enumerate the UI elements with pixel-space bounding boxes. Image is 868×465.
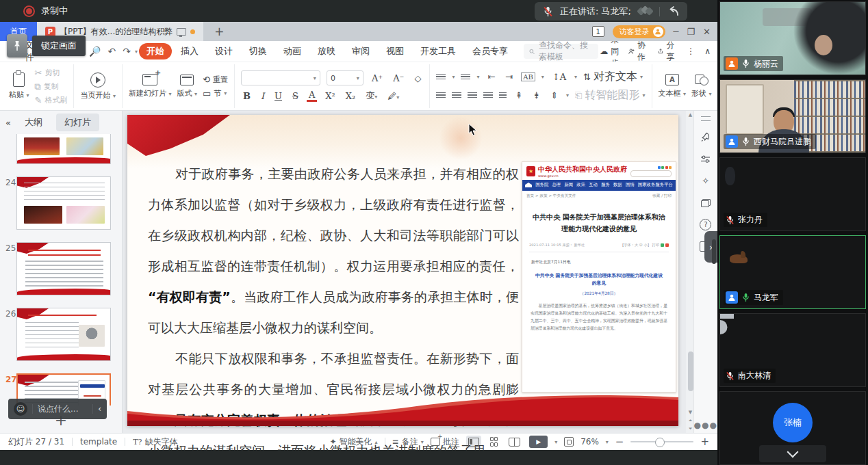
guest-login-button[interactable]: 访客登录 [613,25,665,38]
next-slide-icon[interactable]: ⏷ [686,426,695,431]
zoom-dropdown-icon[interactable]: ▾ [606,439,609,445]
slide-thumbnail-25[interactable]: 25 [0,242,122,297]
play-options-icon[interactable]: ▾ [554,439,557,445]
scroll-up-icon[interactable]: ▲ [686,112,695,118]
highlight-button[interactable]: 🖉▾ [385,91,401,101]
increase-font-icon[interactable]: A⁺ [370,73,385,83]
participant-tile-yangliyun[interactable]: 杨丽云 [719,1,866,75]
more-menu-icon[interactable]: ⋮ [687,46,695,56]
play-from-current-button[interactable]: 当页开始 ▾ [80,72,116,101]
restore-button[interactable]: ❐ [687,27,695,36]
participant-tile-malongjun-speaking[interactable]: 马龙军 [719,235,866,309]
subscript-button[interactable]: X₂ [344,91,357,101]
switch-windows-icon[interactable] [700,197,711,209]
spacing-increase-icon[interactable]: ⇞ [513,90,524,101]
chat-input-placeholder[interactable]: 说点什么... [38,403,78,415]
slide-canvas[interactable]: 对于政府事务，主要由政府公务人员来承担，并有相应的权力体系加以监督（如对于乡级权… [123,111,686,433]
cut-button[interactable]: ✂ 剪切 [35,68,68,78]
share-button[interactable]: 分享 [658,40,677,63]
undo-icon[interactable]: ↶ [105,46,118,57]
align-center-icon[interactable] [452,92,461,99]
numbered-list-icon[interactable] [461,74,470,81]
font-size-select[interactable]: 0▾ [327,70,363,85]
clear-format-icon[interactable]: ◇ [412,73,423,83]
italic-button[interactable]: I [259,91,266,101]
window-switch-indicator[interactable]: 1 [592,26,604,37]
zoom-slider[interactable] [630,441,693,442]
previous-slide-icon[interactable]: ⏶ [686,418,695,423]
paste-button[interactable]: 粘贴 ▾ [9,72,29,100]
scroll-more-participants-button[interactable] [759,445,826,462]
to-smart-graphic-button[interactable]: ⎗ 转智能图形 ▾ [575,88,645,103]
settings-sliders-icon[interactable] [700,153,711,165]
collapse-chat-icon[interactable]: ‹ [98,404,101,414]
new-document-tab-button[interactable]: + [214,26,224,38]
vertical-scrollbar[interactable]: ▲ ▼ ⏶ ⏷ [686,111,693,433]
format-painter-button[interactable]: ✎ 格式刷 [35,95,68,105]
tab-member[interactable]: 会员专享 [465,43,515,59]
zoom-level[interactable]: 76% [580,437,599,447]
scrollbar-thumb[interactable] [688,351,693,391]
tab-slides[interactable]: 幻灯片 [56,114,99,131]
emoji-icon[interactable]: ☺ [14,402,27,416]
superscript-button[interactable]: X² [323,91,337,101]
tab-animation[interactable]: 动画 [276,43,309,59]
decrease-indent-icon[interactable]: ⇤ [485,72,497,82]
underline-button[interactable]: U [272,91,284,101]
participant-tile-zhanglidan[interactable]: 张力丹 [719,157,866,231]
participant-tile-zhangnan[interactable]: 张楠 [719,391,866,465]
bold-button[interactable]: B [241,91,253,101]
justify-icon[interactable] [483,92,493,99]
decrease-font-icon[interactable]: A⁻ [391,73,406,83]
collapse-ribbon-icon[interactable]: ∧ [704,46,711,56]
line-spacing-icon[interactable]: ↕A [550,72,568,82]
layout-button[interactable]: 版式 ▾ [177,75,197,98]
reset-button[interactable]: ⟲ 重置 [203,75,228,85]
pin-button[interactable] [7,34,27,57]
quick-start-rocket-icon[interactable] [700,131,711,143]
copy-button[interactable]: ⧉ 复制 [35,81,68,92]
template-name[interactable]: template [80,437,117,447]
spacing-decrease-icon[interactable]: ⇟ [531,90,542,101]
align-left-icon[interactable] [436,92,446,99]
return-arrow-icon[interactable] [667,6,679,17]
slide-thumbnail-26[interactable]: 26 [0,308,122,362]
slide-thumbnail-24[interactable]: 24 [0,176,122,231]
print-preview-icon[interactable]: 🔎 [86,46,103,57]
participant-tile-lvjinpeng[interactable]: 西财马院吕进鹏 [719,79,866,153]
align-text-button[interactable]: ⇅ 对齐文本 ▾ [583,70,643,84]
slideshow-play-button[interactable]: ▶ [529,436,548,448]
collapse-panel-icon[interactable]: « [5,118,11,128]
text-box-button[interactable]: A 文本框 ▾ [659,74,687,98]
bullet-list-icon[interactable] [436,74,446,81]
font-color-button[interactable]: A [307,90,317,102]
zoom-out-button[interactable]: − [615,437,624,447]
tab-review[interactable]: 审阅 [344,43,377,59]
increase-indent-icon[interactable]: ⇥ [503,72,515,82]
tab-view[interactable]: 视图 [379,43,411,59]
redo-icon[interactable]: ↷ [120,46,133,57]
slide-thumbnail-partial[interactable] [0,134,122,165]
tab-developer[interactable]: 开发工具 [413,43,463,59]
line-height-icon[interactable]: ⇕ [548,90,560,101]
phonetic-guide-button[interactable]: 变▾ [363,90,379,102]
meeting-chat-quickbar[interactable]: ☺ 说点什么... ‹ [8,399,107,419]
new-slide-button[interactable]: 新建幻灯片 ▾ [129,74,172,98]
tab-home[interactable]: 开始 [139,43,172,59]
collaborate-button[interactable]: 协作 [628,40,648,63]
tab-design[interactable]: 设计 [207,43,240,59]
participant-tile-nandalinqing[interactable]: 南大林清 [719,313,866,387]
section-button[interactable]: ▭ 节 ▾ [203,88,228,98]
minimize-button[interactable]: ─ [674,27,679,36]
distribute-icon[interactable] [499,92,507,99]
font-name-select[interactable]: ▾ [241,70,320,85]
align-right-icon[interactable] [468,92,477,99]
text-direction-icon[interactable]: AB [521,72,535,81]
shapes-button[interactable]: 形状 ▾ [691,75,712,98]
strikethrough-button[interactable]: S [290,91,301,101]
close-button[interactable]: ✕ [703,27,711,36]
zoom-in-button[interactable]: + [700,437,709,447]
command-search-input[interactable]: 查找命令、搜索模板 [524,44,598,59]
tab-outline[interactable]: 大纲 [16,114,51,131]
fit-to-window-icon[interactable] [564,437,574,447]
